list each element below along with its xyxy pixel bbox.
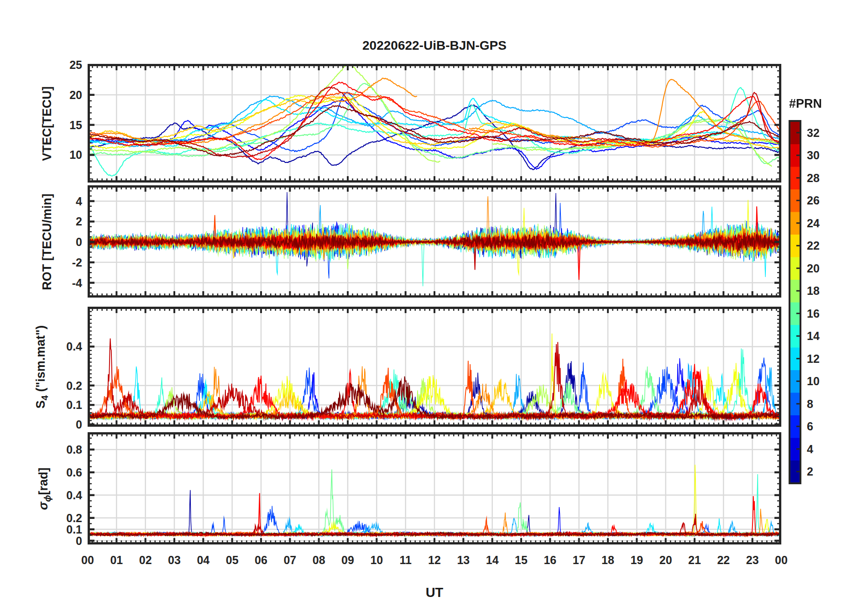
- figure-page: 20220622-UiB-BJN-GPS VTEC[TECU] ROT [TEC…: [0, 0, 868, 607]
- rot-panel-plot: [88, 185, 781, 298]
- y-tick-label: 0: [0, 418, 82, 431]
- colorbar-tick-label: 10: [807, 374, 843, 388]
- colorbar-tick-label: 30: [807, 148, 843, 162]
- colorbar-tick-label: 4: [807, 442, 843, 456]
- y-tick-label: 0.1: [0, 398, 82, 412]
- y-tick-label: 20: [0, 88, 82, 102]
- x-axis-label: UT: [88, 585, 781, 600]
- colorbar-tick-label: 24: [807, 216, 843, 230]
- y-tick-label: 0.2: [0, 511, 82, 525]
- colorbar-tick-label: 32: [807, 126, 843, 140]
- y-tick-label: 0.4: [0, 488, 82, 502]
- x-tick-label: 00: [763, 553, 800, 567]
- y-tick-label: -4: [0, 276, 82, 290]
- colorbar-tick-label: 26: [807, 194, 843, 207]
- colorbar-tick-label: 2: [807, 465, 843, 478]
- sigma-phi-panel-plot: [88, 432, 781, 544]
- colorbar-tick-label: 18: [807, 284, 843, 298]
- y-tick-label: 4: [0, 194, 82, 208]
- colorbar-tick-label: 28: [807, 171, 843, 185]
- y-tick-label: 0.4: [0, 340, 82, 353]
- y-tick-label: 0: [0, 235, 82, 249]
- colorbar-tick-label: 22: [807, 239, 843, 252]
- colorbar-tick-label: 20: [807, 262, 843, 275]
- y-tick-label: 2: [0, 215, 82, 228]
- prn-colorbar: [788, 120, 802, 485]
- colorbar-title: #PRN: [771, 97, 840, 111]
- y-tick-label: 15: [0, 118, 82, 132]
- y-tick-label: 0.8: [0, 443, 82, 456]
- vtec-panel-plot: [88, 64, 781, 183]
- colorbar-tick-label: 8: [807, 397, 843, 411]
- colorbar-tick-label: 6: [807, 419, 843, 433]
- colorbar-tick-label: 16: [807, 307, 843, 320]
- colorbar-tick-label: 14: [807, 329, 843, 343]
- chart-title: 20220622-UiB-BJN-GPS: [88, 38, 781, 53]
- s4-panel-plot: [88, 307, 781, 427]
- colorbar-tick-label: 12: [807, 352, 843, 366]
- y-tick-label: 10: [0, 148, 82, 162]
- y-tick-label: 0.2: [0, 379, 82, 392]
- y-tick-label: 0.6: [0, 466, 82, 479]
- y-tick-label: 25: [0, 58, 82, 72]
- y-tick-label: -2: [0, 256, 82, 269]
